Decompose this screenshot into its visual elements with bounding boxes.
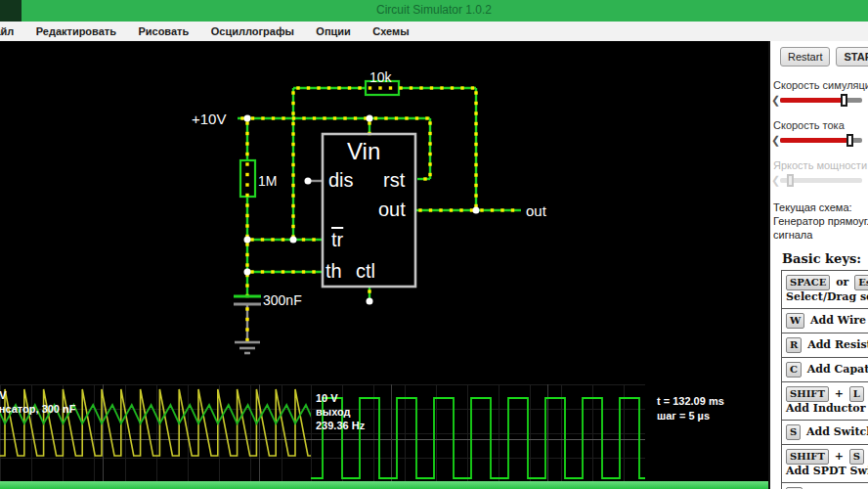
current-dot (474, 194, 477, 197)
junction-post[interactable] (367, 115, 373, 122)
current-dot (378, 86, 381, 89)
resistor-10k-label[interactable]: 10k (369, 69, 392, 85)
supply-voltage-label[interactable]: +10V (192, 111, 226, 127)
slider-left-arrow-icon[interactable]: ❮ (771, 134, 780, 147)
key-help-text: Add Switch (803, 425, 868, 438)
current-dot (428, 162, 431, 165)
current-dot (474, 102, 477, 105)
current-dot (428, 132, 431, 135)
junction-post[interactable] (244, 237, 251, 244)
slider-handle[interactable] (841, 94, 847, 107)
current-dot (474, 122, 477, 125)
junction-post[interactable] (473, 207, 480, 214)
scope-out-name: выход (316, 405, 351, 419)
power-brightness-label: Яркость мощности (773, 159, 868, 171)
current-dot (261, 116, 264, 119)
current-dot (245, 142, 248, 145)
current-dot (399, 86, 402, 89)
current-dot (250, 270, 253, 273)
current-dot (474, 173, 477, 176)
junction-post[interactable] (290, 237, 297, 244)
chip-pin-vin: Vin (347, 138, 380, 165)
current-dot (327, 86, 330, 89)
junction-post[interactable] (244, 115, 251, 122)
key-help-text: Select/Drag sel (786, 290, 868, 304)
key-help-text: Add Inductor (786, 402, 868, 416)
junction-post[interactable] (244, 269, 251, 276)
slider-handle (787, 174, 794, 187)
current-dot (282, 270, 284, 273)
current-dot (474, 91, 477, 94)
keycap: SHIFT (786, 386, 829, 402)
current-dot (245, 153, 248, 156)
key-help-row: R Add Resistor (782, 333, 868, 358)
current-circuit-name2: сигнала (773, 228, 868, 242)
current-dot (291, 270, 294, 273)
current-dot (245, 203, 248, 206)
chip-pin-ctl: ctl (356, 260, 375, 283)
current-dot (245, 318, 248, 321)
keycap: S (786, 424, 801, 440)
key-help-row: SPACE or EscSelect/Drag sel (782, 271, 868, 309)
current-dot (292, 116, 295, 119)
current-dot (428, 142, 431, 145)
scope-out-value: 10 V (316, 391, 338, 405)
time-value: t = 132.09 ms (657, 394, 724, 409)
current-speed-slider[interactable]: ❮ (771, 134, 868, 147)
keycap: W (786, 313, 804, 329)
current-dot (291, 194, 294, 197)
chip-pin-dis: dis (328, 169, 354, 192)
keycap: Esc (854, 275, 868, 290)
capacitor-waveform (0, 384, 311, 482)
current-dot (245, 253, 248, 256)
ctl-post[interactable] (367, 298, 373, 305)
current-dot (343, 116, 346, 119)
current-dot (261, 270, 264, 273)
key-help-row: G Add Ground (782, 483, 868, 489)
current-dot (429, 208, 432, 211)
current-dot (480, 208, 483, 211)
sim-speed-slider[interactable]: ❮ (771, 94, 868, 107)
output-waveform (311, 384, 645, 482)
current-dot (500, 208, 503, 211)
start-stop-button[interactable]: START/stop (836, 47, 868, 67)
current-dot (428, 153, 431, 156)
current-dot (291, 153, 294, 156)
basic-keys-heading: Basic keys: (782, 251, 868, 266)
resistor-1m-label[interactable]: 1М (258, 173, 277, 189)
current-dot (302, 270, 305, 273)
current-dot (323, 116, 326, 119)
keycap: C (786, 362, 802, 378)
current-dot (450, 208, 453, 211)
current-dot (245, 243, 248, 245)
current-dot (459, 208, 462, 211)
chip-pin-out: out (378, 199, 406, 221)
current-circuit-title: Текущая схема: (773, 200, 868, 214)
current-dot (374, 116, 377, 119)
current-dot (369, 86, 371, 89)
current-dot (312, 238, 315, 241)
current-dot (291, 204, 294, 207)
current-dot (240, 116, 243, 119)
scope-output[interactable]: 10 V выход 239.36 Hz (311, 384, 645, 482)
current-dot (430, 86, 433, 89)
current-dot (245, 263, 248, 266)
current-dot (440, 86, 443, 89)
slider-left-arrow-icon[interactable]: ❮ (771, 94, 780, 107)
capacitor-label[interactable]: 300nF (263, 292, 302, 308)
current-dot (418, 208, 421, 211)
dis-post[interactable] (305, 178, 312, 185)
current-dot (313, 116, 316, 119)
keycap: L (849, 386, 864, 402)
current-dot (245, 328, 248, 331)
scope-cap-value: 10 V (0, 388, 7, 402)
current-dot (282, 238, 284, 241)
restart-button[interactable]: Restart (780, 47, 830, 67)
out-node-label[interactable]: out (526, 202, 546, 219)
slider-handle[interactable] (846, 134, 853, 147)
current-dot (474, 153, 477, 156)
sidebar: RestartSTART/stop Скорость симуляции ❮ С… (768, 41, 868, 489)
current-dot (428, 121, 431, 124)
current-dot (384, 116, 387, 119)
scope-capacitor[interactable]: 10 V конденсатор, 300 nF (0, 384, 311, 482)
